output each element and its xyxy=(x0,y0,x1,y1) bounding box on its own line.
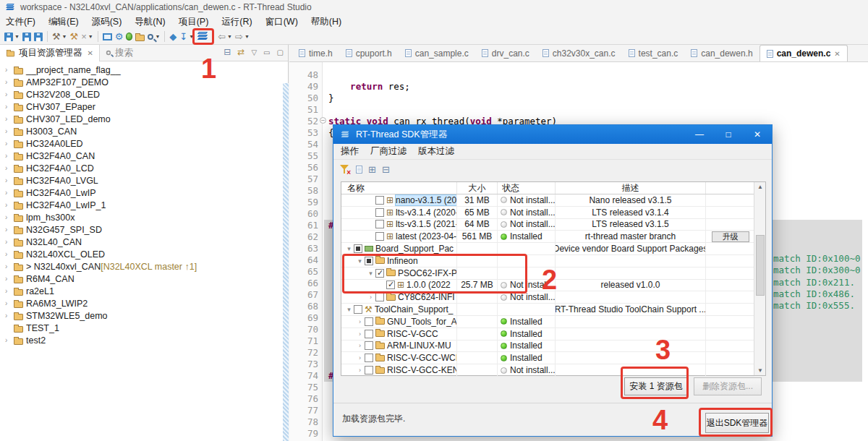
search-dropdown-icon[interactable]: ▼ xyxy=(155,34,160,39)
dialog-close-icon[interactable]: ✕ xyxy=(743,125,772,144)
table-row[interactable]: ›RISC-V-GCCInstalled xyxy=(341,328,754,341)
project-item[interactable]: ›N32L40_CAN xyxy=(0,236,282,248)
back-dropdown-icon[interactable]: ▼ xyxy=(227,34,232,39)
upgrade-button[interactable]: 升级 xyxy=(712,231,749,242)
tree-arrow-icon[interactable]: › xyxy=(355,354,365,361)
save-all-button[interactable] xyxy=(33,30,44,44)
expand-chevron-icon[interactable]: › xyxy=(5,189,14,197)
fold-marker-icon[interactable]: – xyxy=(320,117,326,124)
expand-chevron-icon[interactable]: › xyxy=(5,312,14,320)
package-checkbox[interactable] xyxy=(365,330,373,338)
package-name-cell[interactable]: ›RISC-V-GCC-WCI xyxy=(341,352,457,364)
editor-tab-can_dewen.h[interactable]: can_dewen.h xyxy=(684,45,759,61)
forward-dropdown-icon[interactable]: ▼ xyxy=(244,34,250,39)
project-item[interactable]: ›> N32L40xvl_CAN [N32L40XCL master ↑1] xyxy=(0,260,282,273)
package-checkbox[interactable] xyxy=(375,293,384,301)
tree-arrow-icon[interactable]: ▾ xyxy=(344,306,354,313)
table-row[interactable]: ⊞lts-v3.1.5 (2021-064 MBNot install...LT… xyxy=(341,219,754,231)
menu-窗口W[interactable]: 窗口(W) xyxy=(265,16,298,28)
table-row[interactable]: ⊞latest (2023-04-0561 MBInstalledrt-thre… xyxy=(341,231,754,243)
editor-tab-test_can.c[interactable]: test_can.c xyxy=(622,45,685,61)
expand-chevron-icon[interactable]: › xyxy=(5,152,14,160)
debug-bug-button[interactable] xyxy=(124,30,134,44)
view-menu-icon[interactable]: ▽ xyxy=(251,48,257,56)
dialog-minimize-icon[interactable]: — xyxy=(685,125,714,144)
tab-project-explorer[interactable]: 项目资源管理器 ✕ xyxy=(0,45,100,61)
package-checkbox[interactable] xyxy=(375,232,384,241)
table-scrollbar[interactable]: ▲ ▼ xyxy=(754,182,765,375)
expand-all-icon[interactable]: ⊞ xyxy=(368,165,376,174)
menu-项目P[interactable]: 项目(P) xyxy=(179,16,209,28)
project-item[interactable]: ›HC32F4A0_LwIP_1 xyxy=(0,199,282,211)
collapse-all-icon[interactable]: ⊟ xyxy=(382,165,390,174)
package-checkbox[interactable] xyxy=(354,305,362,314)
expand-chevron-icon[interactable]: › xyxy=(5,78,14,86)
expand-chevron-icon[interactable]: › xyxy=(5,176,14,184)
board-support-button[interactable]: ◆ xyxy=(168,30,178,44)
expand-chevron-icon[interactable]: › xyxy=(5,238,14,246)
package-checkbox[interactable] xyxy=(365,317,373,326)
dialog-maximize-icon[interactable]: □ xyxy=(714,125,743,144)
tree-arrow-icon[interactable]: › xyxy=(366,294,375,301)
table-row[interactable]: ⊞nano-v3.1.5 (20231 MBNot install...Nano… xyxy=(341,194,754,207)
expand-chevron-icon[interactable]: › xyxy=(5,287,14,295)
build-project-button[interactable]: ⚒ xyxy=(69,30,80,44)
build-button[interactable]: ⚒▼ xyxy=(51,30,69,44)
project-item[interactable]: ›HC32F4A0_LVGL xyxy=(0,174,282,187)
expand-chevron-icon[interactable]: › xyxy=(5,299,14,307)
maximize-view-icon[interactable]: ▢ xyxy=(277,48,284,56)
project-item[interactable]: ›__project_name_flag__ xyxy=(0,64,282,76)
debug-config-button[interactable]: ⚙ xyxy=(114,30,125,44)
expand-chevron-icon[interactable]: › xyxy=(5,262,14,270)
package-name-cell[interactable]: ⊞lts-v3.1.4 (2020-0 xyxy=(341,207,457,218)
menu-导航N[interactable]: 导航(N) xyxy=(135,16,165,28)
table-row[interactable]: ›ARM-LINUX-MUInstalled xyxy=(341,341,754,353)
dialog-menu-操作[interactable]: 操作 xyxy=(341,145,359,158)
menu-编辑E[interactable]: 编辑(E) xyxy=(48,16,79,28)
table-row[interactable]: ▾⚒ToolChain_Support_RT-Thread Studio Too… xyxy=(341,304,754,316)
project-item[interactable]: ›H3003_CAN xyxy=(0,125,282,137)
project-item[interactable]: ›HC32F4A0_CAN xyxy=(0,150,282,162)
expand-chevron-icon[interactable]: › xyxy=(5,164,14,172)
package-name-cell[interactable]: ▾Board_Support_Pac xyxy=(341,243,457,254)
package-name-cell[interactable]: ⊞latest (2023-04-0 xyxy=(341,231,457,242)
package-name-cell[interactable]: ▾⚒ToolChain_Support_ xyxy=(341,304,457,315)
menu-文件F[interactable]: 文件(F) xyxy=(6,16,35,28)
editor-tab-ch32v30x_can.c[interactable]: ch32v30x_can.c xyxy=(536,45,622,61)
report-icon[interactable] xyxy=(356,166,362,174)
project-item[interactable]: ›ra2eL1 xyxy=(0,285,282,297)
tree-arrow-icon[interactable]: › xyxy=(355,367,365,374)
package-checkbox[interactable] xyxy=(375,196,384,205)
column-header-大小[interactable]: 大小 xyxy=(457,182,498,194)
project-item[interactable]: ›HC32F4A0_LCD xyxy=(0,162,282,174)
package-checkbox[interactable] xyxy=(354,244,362,253)
editor-tab-cpuport.h[interactable]: cpuport.h xyxy=(339,45,399,61)
tree-arrow-icon[interactable]: › xyxy=(355,318,365,325)
expand-chevron-icon[interactable]: › xyxy=(5,201,14,209)
menu-运行R[interactable]: 运行(R) xyxy=(221,16,252,28)
package-name-cell[interactable]: ›ARM-LINUX-MU xyxy=(341,341,457,352)
filter-icon[interactable] xyxy=(340,164,350,174)
dialog-menu-厂商过滤[interactable]: 厂商过滤 xyxy=(370,145,407,158)
table-row[interactable]: ⊞lts-v3.1.4 (2020-065 MBNot install...LT… xyxy=(341,207,754,219)
expand-chevron-icon[interactable]: › xyxy=(5,66,14,74)
explorer-scrollbar[interactable] xyxy=(283,83,289,441)
expand-chevron-icon[interactable]: › xyxy=(5,140,14,147)
tree-arrow-icon[interactable]: › xyxy=(355,330,365,338)
project-item[interactable]: ›RA6M3_LWIP2 xyxy=(0,297,282,309)
expand-chevron-icon[interactable]: › xyxy=(5,275,14,283)
expand-chevron-icon[interactable]: › xyxy=(5,250,14,258)
tree-arrow-icon[interactable]: ▾ xyxy=(344,245,354,252)
package-checkbox[interactable] xyxy=(365,366,373,374)
project-item[interactable]: ›test2 xyxy=(0,334,282,346)
project-item[interactable]: ›CHV307_LED_demo xyxy=(0,113,282,125)
column-header-描述[interactable]: 描述 xyxy=(556,182,706,194)
search-button[interactable]: ▼ xyxy=(146,30,161,44)
editor-tab-time.h[interactable]: time.h xyxy=(292,45,339,61)
scroll-up-icon[interactable]: ▲ xyxy=(754,184,766,190)
package-checkbox[interactable] xyxy=(365,354,373,362)
close-icon[interactable]: ✕ xyxy=(88,49,93,57)
column-header-状态[interactable]: 状态 xyxy=(498,182,556,194)
project-item[interactable]: ›CHV307_EPaper xyxy=(0,100,282,113)
clean-button[interactable]: ×▼ xyxy=(80,30,95,44)
